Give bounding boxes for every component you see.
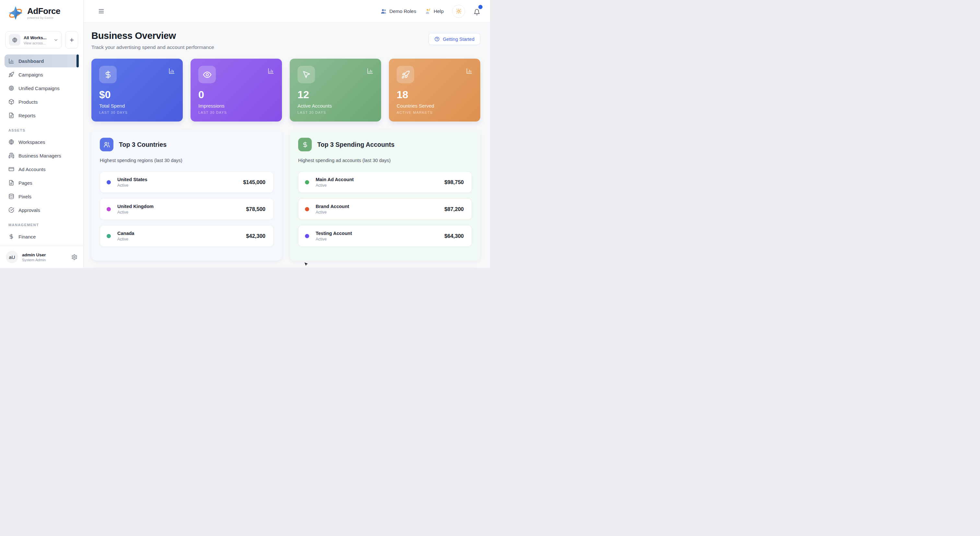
notifications-button[interactable]	[474, 7, 480, 16]
page-head: Business Overview Track your advertising…	[91, 30, 480, 50]
row-texts: United States Active	[117, 177, 148, 188]
raising-hand-icon	[425, 8, 431, 14]
list-item-main-ad-account[interactable]: Main Ad Account Active $98,750	[298, 172, 472, 193]
topbar: Demo Roles Help	[84, 0, 490, 23]
sidebar-item-business-managers[interactable]: Business Managers	[5, 149, 79, 162]
plus-icon	[69, 37, 75, 43]
dollar-icon	[8, 234, 14, 240]
list-item-testing-account[interactable]: Testing Account Active $64,300	[298, 225, 472, 247]
row-amount: $42,300	[246, 233, 266, 239]
add-workspace-button[interactable]	[65, 31, 78, 49]
stat-top	[99, 66, 175, 83]
row-amount: $87,200	[444, 206, 464, 212]
globe-icon	[8, 139, 14, 145]
panel-subtitle: Highest spending regions (last 30 days)	[100, 158, 274, 163]
sidebar-item-approvals[interactable]: Approvals	[5, 204, 79, 216]
chevron-down-icon	[54, 38, 58, 43]
sidebar-item-label: Reports	[19, 113, 36, 118]
rocket-icon	[8, 72, 14, 78]
sidebar-item-campaigns[interactable]: Campaigns	[5, 68, 79, 81]
sidebar-item-products[interactable]: Products	[5, 95, 79, 108]
row-texts: Testing Account Active	[316, 231, 352, 242]
stat-sublabel: LAST 30 DAYS	[198, 110, 274, 115]
package-icon	[8, 99, 14, 105]
panel-head: Top 3 Spending Accounts	[298, 138, 472, 151]
mouse-pointer-icon	[303, 261, 309, 268]
bar-chart-icon	[8, 58, 14, 64]
stat-card-total-spend[interactable]: $0 Total Spend LAST 30 DAYS	[91, 59, 183, 121]
bar-chart-icon	[367, 68, 373, 74]
bar-chart-icon	[169, 68, 175, 74]
brand-name: AdForce	[27, 7, 60, 15]
stat-value: 18	[397, 89, 473, 100]
sidebar-item-pixels[interactable]: Pixels	[5, 190, 79, 203]
account-list: Main Ad Account Active $98,750 Brand Acc…	[298, 172, 472, 247]
help-label: Help	[434, 8, 444, 14]
panels-row: Top 3 Countries Highest spending regions…	[91, 130, 480, 261]
sidebar-item-pages[interactable]: Pages	[5, 176, 79, 189]
stat-sublabel: LAST 30 DAYS	[298, 110, 373, 115]
logo-area: AdForce powered by Coinis	[0, 0, 83, 26]
row-texts: Main Ad Account Active	[316, 177, 353, 188]
stat-card-countries-served[interactable]: 18 Countries Served ACTIVE MARKETS	[389, 59, 480, 121]
row-name: Main Ad Account	[316, 177, 353, 182]
sidebar-item-reports[interactable]: Reports	[5, 109, 79, 122]
sidebar-item-label: Ad Accounts	[19, 167, 45, 172]
building-icon	[8, 153, 14, 159]
app-window: AdForce powered by Coinis All Works... V…	[0, 0, 490, 268]
getting-started-button[interactable]: Getting Started	[428, 33, 480, 45]
status-badge: Active	[316, 210, 349, 215]
sidebar-item-label: Pixels	[19, 194, 32, 199]
stat-top	[198, 66, 274, 83]
list-item-united-states[interactable]: United States Active $145,000	[100, 172, 274, 193]
row-amount: $78,500	[246, 206, 266, 212]
row-name: United Kingdom	[117, 204, 154, 209]
sidebar-item-label: Unified Campaigns	[19, 86, 60, 91]
target-icon	[8, 85, 14, 91]
sidebar-item-ad-accounts[interactable]: Ad Accounts	[5, 163, 79, 176]
sidebar-item-finance[interactable]: Finance	[5, 230, 79, 243]
help-circle-icon	[434, 36, 440, 42]
stat-card-impressions[interactable]: 0 Impressions LAST 30 DAYS	[191, 59, 282, 121]
user-settings-button[interactable]	[71, 254, 78, 260]
user-texts: admin User System Admin	[22, 253, 67, 262]
row-name: Brand Account	[316, 204, 349, 209]
theme-toggle-button[interactable]	[452, 5, 465, 18]
eye-icon	[198, 66, 216, 83]
status-dot	[305, 180, 309, 184]
menu-icon	[98, 8, 105, 14]
workspace-subtitle: View across...	[24, 41, 50, 45]
row-name: Testing Account	[316, 231, 352, 236]
user-bar: aU admin User System Admin	[0, 246, 83, 268]
sidebar-item-workspaces[interactable]: Workspaces	[5, 135, 79, 148]
users-icon	[380, 8, 387, 14]
list-item-brand-account[interactable]: Brand Account Active $87,200	[298, 198, 472, 220]
status-badge: Active	[117, 183, 148, 188]
dollar-icon	[298, 138, 312, 151]
sidebar-item-dashboard[interactable]: Dashboard	[5, 54, 79, 67]
list-item-canada[interactable]: Canada Active $42,300	[100, 225, 274, 247]
sidebar-item-label: Products	[19, 99, 38, 105]
getting-started-label: Getting Started	[443, 37, 474, 42]
workspace-selector[interactable]: All Works... View across...	[5, 31, 62, 49]
stat-value: 0	[198, 89, 274, 100]
topbar-right: Demo Roles Help	[380, 5, 480, 18]
sidebar-toggle-button[interactable]	[98, 8, 105, 14]
panel-title: Top 3 Spending Accounts	[317, 141, 395, 148]
help-menu[interactable]: Help	[425, 8, 444, 14]
top-countries-panel: Top 3 Countries Highest spending regions…	[91, 130, 282, 261]
check-circle-icon	[8, 207, 14, 213]
status-badge: Active	[117, 237, 134, 242]
workspace-texts: All Works... View across...	[24, 35, 50, 45]
sidebar-item-label: Business Managers	[19, 153, 61, 159]
row-texts: Brand Account Active	[316, 204, 349, 215]
sidebar-item-unified-campaigns[interactable]: Unified Campaigns	[5, 82, 79, 95]
bar-chart-icon	[268, 68, 274, 74]
stat-top	[397, 66, 473, 83]
list-item-united-kingdom[interactable]: United Kingdom Active $78,500	[100, 198, 274, 220]
stat-card-active-accounts[interactable]: 12 Active Accounts LAST 30 DAYS	[290, 59, 381, 121]
country-list: United States Active $145,000 United Kin…	[100, 172, 274, 247]
demo-roles-menu[interactable]: Demo Roles	[380, 8, 417, 14]
status-dot	[107, 234, 111, 238]
page-titles: Business Overview Track your advertising…	[91, 30, 214, 50]
